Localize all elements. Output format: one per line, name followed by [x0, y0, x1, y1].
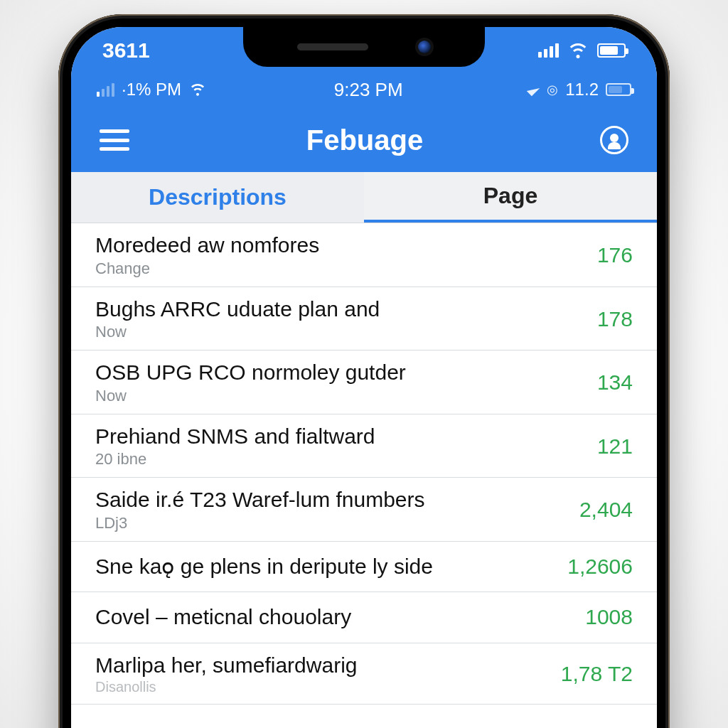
tab-bar: Descriptions Page — [71, 172, 657, 223]
list-item[interactable]: Covel – meticnal chouolary 1008 — [71, 592, 657, 643]
list-item-title: OSB UPG RCO normoley gutder — [95, 360, 589, 385]
status2-left: ·1% PM — [97, 80, 207, 100]
list-item[interactable]: Bughs ARRC uduate plan and Now 178 — [71, 287, 657, 351]
profile-button[interactable] — [600, 126, 628, 154]
page-title: Febuage — [306, 124, 423, 156]
list-item-page: 1,2606 — [567, 555, 633, 579]
status2-time: 9:23 PM — [334, 79, 403, 101]
list-item-page: 121 — [597, 434, 633, 459]
screen: 3611 ·1% PM 9:23 PM ◎ 11.2 — [71, 27, 657, 728]
battery-icon — [597, 43, 626, 58]
tab-page[interactable]: Page — [364, 172, 657, 223]
list-item-page: 1008 — [585, 605, 633, 629]
front-camera — [418, 41, 431, 53]
list-item[interactable]: Saide ir.é T23 Waref-lum fnumbers LDj3 2… — [71, 478, 657, 542]
phone-frame: 3611 ·1% PM 9:23 PM ◎ 11.2 — [58, 14, 670, 728]
list-item-subtitle: Change — [95, 259, 589, 278]
cellular-icon — [97, 83, 114, 97]
list[interactable]: Moredeed aw nomfores Change 176 Bughs AR… — [71, 223, 657, 705]
list-item-title: Marlipa her, sumefiardwarig — [95, 653, 552, 678]
tab-descriptions[interactable]: Descriptions — [71, 172, 364, 223]
list-item-subtitle: Disanollis — [95, 679, 552, 695]
list-item[interactable]: Sne kaǫ ge plens in deripute ly side 1,2… — [71, 542, 657, 593]
list-item-title: Sne kaǫ ge plens in deripute ly side — [95, 555, 559, 579]
list-item-page: 176 — [597, 243, 633, 267]
cellular-icon — [538, 43, 559, 58]
app-header: Febuage — [71, 108, 657, 172]
list-item-subtitle: Now — [95, 387, 589, 405]
list-item-title: Saide ir.é T23 Waref-lum fnumbers — [95, 488, 571, 513]
status-left-label: 3611 — [102, 38, 150, 63]
speaker — [297, 43, 368, 50]
wifi-icon — [569, 43, 587, 58]
location-icon — [527, 83, 540, 96]
notch — [243, 27, 485, 67]
list-item-title: Moredeed aw nomfores — [95, 233, 589, 258]
tab-label: Descriptions — [149, 184, 287, 210]
status2-right-text: 11.2 — [565, 80, 599, 100]
list-item-page: 134 — [597, 370, 633, 395]
list-item-page: 2,404 — [579, 498, 633, 522]
list-item-title: Bughs ARRC uduate plan and — [95, 297, 589, 322]
status-bar-secondary: ·1% PM 9:23 PM ◎ 11.2 — [71, 71, 657, 108]
battery-icon — [606, 83, 631, 96]
menu-button[interactable] — [100, 129, 129, 151]
list-item-title: Prehiand SNMS and fialtward — [95, 424, 589, 449]
list-item-subtitle: 20 ibne — [95, 450, 589, 469]
list-item[interactable]: OSB UPG RCO normoley gutder Now 134 — [71, 350, 657, 414]
list-item-page: 178 — [597, 307, 633, 331]
list-item-subtitle: Now — [95, 323, 589, 341]
status2-right: ◎ 11.2 — [530, 80, 631, 100]
list-item-title: Covel – meticnal chouolary — [95, 605, 577, 630]
status-right-icons — [538, 43, 626, 58]
carrier-indicator: ◎ — [547, 82, 558, 97]
tab-label: Page — [483, 183, 537, 209]
list-item-subtitle: LDj3 — [95, 514, 571, 532]
list-item[interactable]: Moredeed aw nomfores Change 176 — [71, 223, 657, 287]
list-item-page: 1,78 T2 — [561, 662, 633, 686]
list-item[interactable]: Marlipa her, sumefiardwarig Disanollis 1… — [71, 643, 657, 705]
status2-percent: ·1% PM — [122, 80, 181, 100]
wifi-icon — [191, 84, 205, 95]
list-item[interactable]: Prehiand SNMS and fialtward 20 ibne 121 — [71, 414, 657, 478]
